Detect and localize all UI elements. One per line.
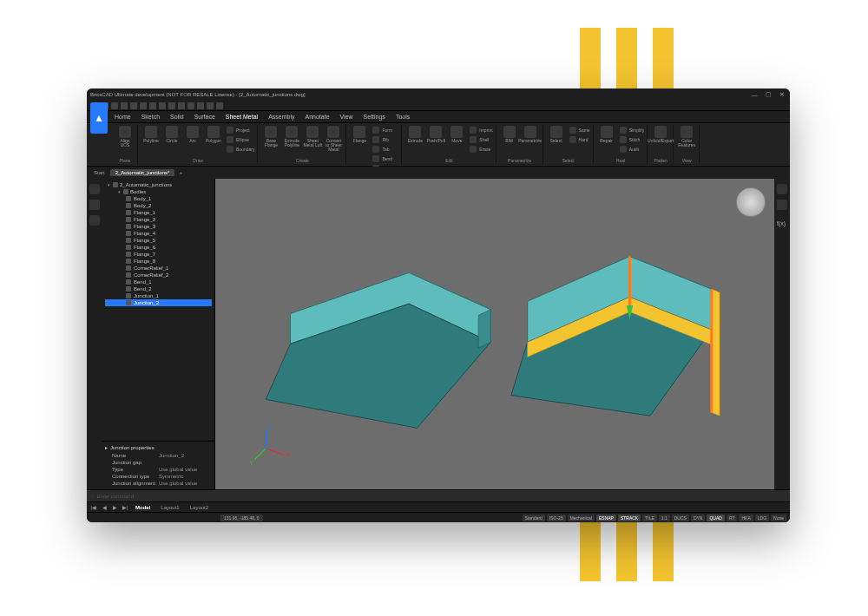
- status-strack[interactable]: STRACK: [618, 514, 641, 521]
- menu-sheet-metal[interactable]: Sheet Metal: [226, 114, 258, 120]
- tree-item-flange_6[interactable]: Flange_6: [105, 244, 212, 251]
- ribbon-same[interactable]: Same: [569, 126, 590, 134]
- menu-settings[interactable]: Settings: [364, 114, 385, 120]
- ribbon-ellipse[interactable]: Ellipse: [227, 135, 254, 144]
- ribbon-arc[interactable]: Arc: [183, 126, 202, 154]
- prop-connection-type[interactable]: Connection typeSymmetric: [105, 473, 212, 480]
- ribbon-rib[interactable]: Rib: [372, 135, 398, 144]
- ribbon-boundary[interactable]: Boundary: [227, 145, 254, 154]
- ribbon-simplify[interactable]: Simplify: [620, 126, 645, 134]
- right-tool-icon[interactable]: [777, 200, 787, 210]
- layout-nav[interactable]: ▶: [111, 504, 118, 510]
- ribbon-select[interactable]: Select: [547, 126, 566, 144]
- tree-item-junction_1[interactable]: Junction_1: [105, 292, 212, 299]
- menu-annotate[interactable]: Annotate: [306, 114, 330, 120]
- prop-name[interactable]: NameJunction_2: [105, 452, 212, 459]
- tree-group-bodies[interactable]: ▾Bodies: [105, 188, 212, 195]
- viewport[interactable]: X Y Z: [215, 179, 774, 489]
- left-tool-icon[interactable]: [89, 184, 100, 194]
- qat-icon[interactable]: [197, 102, 204, 109]
- prop-junction-gap[interactable]: Junction gap: [105, 459, 212, 466]
- ribbon-tab[interactable]: Tab: [372, 145, 398, 154]
- ribbon-form[interactable]: Form: [372, 126, 398, 134]
- layout-nav[interactable]: ▶|: [122, 504, 128, 510]
- ribbon-parametrize[interactable]: Parametrize: [521, 126, 540, 143]
- menu-view[interactable]: View: [340, 114, 353, 120]
- tree-item-cornerrelief_2[interactable]: CornerRelief_2: [105, 272, 212, 279]
- ribbon-shell[interactable]: Shell: [470, 135, 492, 144]
- status-standard[interactable]: Standard: [523, 514, 545, 521]
- tree-item-flange_7[interactable]: Flange_7: [105, 251, 212, 258]
- ribbon-bim[interactable]: BIM: [500, 126, 519, 143]
- tree-item-cornerrelief_1[interactable]: CornerRelief_1: [105, 265, 212, 272]
- menu-assembly[interactable]: Assembly: [268, 114, 294, 120]
- ribbon-project[interactable]: Project: [227, 126, 254, 134]
- prop-type[interactable]: TypeUse global value: [105, 466, 212, 473]
- ribbon-push-pull[interactable]: Push/Pull: [426, 126, 445, 154]
- qat-icon[interactable]: [140, 102, 147, 109]
- ribbon-stitch[interactable]: Stitch: [620, 135, 645, 144]
- menu-home[interactable]: Home: [115, 114, 131, 120]
- tree-item-flange_1[interactable]: Flange_1: [105, 209, 212, 216]
- layout-tab-layout1[interactable]: Layout1: [157, 505, 182, 510]
- status-dyn[interactable]: DYN: [691, 514, 706, 521]
- ribbon-erase[interactable]: Erase: [470, 145, 492, 154]
- qat-icon[interactable]: [149, 102, 156, 109]
- tree-item-flange_3[interactable]: Flange_3: [105, 223, 212, 230]
- ribbon-polygon[interactable]: Polygon: [204, 126, 223, 154]
- ribbon-move[interactable]: Move: [447, 126, 466, 154]
- ribbon-circle[interactable]: Circle: [162, 126, 181, 154]
- menu-tools[interactable]: Tools: [396, 114, 410, 120]
- status-hka[interactable]: HKA: [739, 514, 753, 521]
- menu-solid[interactable]: Solid: [170, 114, 184, 120]
- qat-icon[interactable]: [187, 102, 194, 109]
- status-iso-25[interactable]: ISO-25: [547, 514, 566, 521]
- status-ducs[interactable]: DUCS: [672, 514, 689, 521]
- right-tool-icon[interactable]: f(x): [777, 220, 787, 231]
- document-tab[interactable]: 2_Automatic_junctions*: [110, 169, 175, 176]
- left-tool-icon[interactable]: [89, 200, 100, 210]
- close-button[interactable]: ✕: [778, 90, 786, 99]
- tree-item-bend_2[interactable]: Bend_2: [105, 285, 212, 292]
- ribbon-bend[interactable]: Bend: [372, 154, 398, 163]
- status-none[interactable]: None: [771, 514, 786, 521]
- tree-root[interactable]: ▾2_Automatic_junctions: [105, 181, 212, 188]
- qat-icon[interactable]: [159, 102, 166, 109]
- maximize-button[interactable]: ▢: [764, 90, 773, 99]
- status-quad[interactable]: QUAD: [707, 514, 724, 521]
- tree-item-flange_5[interactable]: Flange_5: [105, 237, 212, 244]
- status-mechanical[interactable]: Mechanical: [568, 514, 595, 521]
- menu-sketch[interactable]: Sketch: [141, 114, 160, 120]
- ribbon-polyline[interactable]: Polyline: [141, 126, 161, 154]
- ribbon-imprint[interactable]: Imprint: [470, 126, 492, 134]
- tree-item-bend_1[interactable]: Bend_1: [105, 279, 212, 285]
- qat-icon[interactable]: [168, 102, 175, 109]
- right-tool-icon[interactable]: [777, 184, 787, 194]
- qat-icon[interactable]: [216, 102, 223, 109]
- layout-tab-layout2[interactable]: Layout2: [187, 505, 212, 510]
- ribbon-align-ucs[interactable]: Align UCS: [115, 126, 135, 147]
- new-tab-button[interactable]: +: [176, 170, 185, 175]
- tree-item-body_1[interactable]: Body_1: [105, 195, 212, 202]
- ribbon-base-flange[interactable]: Base Flange: [261, 126, 280, 152]
- layout-tab-model[interactable]: Model: [132, 505, 154, 510]
- ribbon-convert-to-sheet-metal[interactable]: Convert to Sheet Metal: [324, 126, 343, 152]
- ribbon-extrude-polyline[interactable]: Extrude Polyline: [282, 126, 301, 152]
- ribbon-audit[interactable]: Audit: [620, 145, 645, 154]
- left-tool-icon[interactable]: [89, 215, 100, 226]
- ribbon-sheet-metal-loft[interactable]: Sheet Metal Loft: [303, 126, 322, 152]
- ribbon-unfold-export[interactable]: Unfold/Export: [651, 126, 670, 143]
- ribbon-color-features[interactable]: Color Features: [677, 126, 696, 147]
- ribbon-hard[interactable]: Hard: [569, 135, 590, 144]
- layout-nav[interactable]: ◀: [101, 504, 108, 510]
- qat-icon[interactable]: [130, 102, 137, 109]
- command-line[interactable]: : Enter command: [87, 489, 790, 501]
- tree-item-body_2[interactable]: Body_2: [105, 202, 212, 209]
- menu-surface[interactable]: Surface: [194, 114, 215, 120]
- tree-item-junction_2[interactable]: Junction_2: [105, 299, 212, 306]
- layout-nav[interactable]: |◀: [90, 504, 97, 510]
- qat-icon[interactable]: [178, 102, 185, 109]
- status-rt[interactable]: RT: [727, 514, 738, 521]
- status-ldg[interactable]: LDG: [755, 514, 769, 521]
- status-1-1[interactable]: 1:1: [659, 514, 670, 521]
